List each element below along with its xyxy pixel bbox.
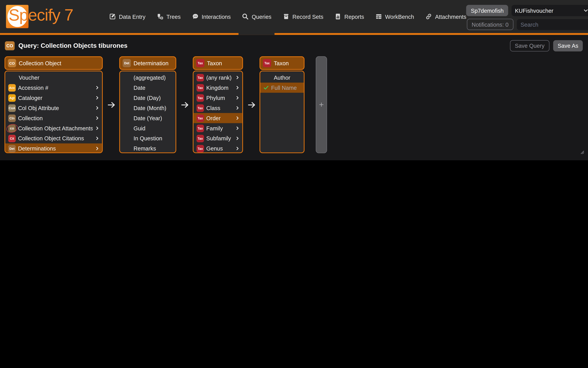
mapper-header-collection-object[interactable]: CO Collection Object [5,56,103,70]
mapper-item-date-day[interactable]: Date (Day) [120,93,176,103]
table-icon-tax: Tax [197,84,204,92]
mapper-item-any-rank[interactable]: Tax (any rank) [193,73,242,83]
mapper-item-subfamily[interactable]: Tax Subfamily [193,133,242,143]
mapper-item-author[interactable]: Author [260,73,304,83]
trees-icon [156,13,164,20]
mapper-item-aggregated[interactable]: (aggregated) [120,73,176,83]
mapper-column-taxon-3: Tax Taxon Author Full Name [259,56,304,153]
mapper-item-collection-object-attachments[interactable]: co Collection Object Attachments [5,123,102,133]
table-icon-tax: Tax [197,145,204,152]
mapper-item-order[interactable]: Tax Order [193,113,242,123]
table-icon-cln: Cln [8,114,16,122]
notifications-button[interactable]: Notifications: 0 [467,19,514,30]
mapper-item-full-name[interactable]: Full Name [260,83,304,93]
user-button[interactable]: Sp7demofish [466,5,508,16]
mapper-item-date-year[interactable]: Date (Year) [120,113,176,123]
menu-item-data-entry[interactable]: Data Entry [109,13,146,20]
add-column-button[interactable]: + [316,56,327,153]
table-icon-cit: Cit [8,135,16,142]
mapper-column-determination-1: Det Determination (aggregated) Date Date… [119,56,176,153]
table-icon-tax: Tax [197,104,204,112]
mapper-item-remarks[interactable]: Remarks [120,143,176,153]
mapper-header-taxon[interactable]: Tax Taxon [193,56,243,70]
menu-item-attachments[interactable]: Attachments [425,13,466,20]
chevron-right-icon [235,126,240,131]
specify-app: Specify 7 Data EntryTreesInteractionsQue… [0,0,588,160]
page-title: Query: Collection Objects tiburones [18,42,127,49]
menu-item-interactions[interactable]: Interactions [192,13,231,20]
collection-object-badge: CO [5,41,15,50]
table-icon-co: CO [8,59,16,67]
menu-item-workbench[interactable]: WorkBench [375,13,414,20]
menu-item-queries[interactable]: Queries [242,13,272,20]
chevron-down-icon [583,8,588,13]
mapper-item-in-question[interactable]: In Question [120,133,176,143]
table-icon-tax: Tax [197,124,204,132]
search-input[interactable] [517,19,588,30]
chevron-right-icon [235,85,240,90]
table-icon-tax: Tax [263,59,271,67]
workbench-icon [375,13,382,20]
mapper-item-collection-object-citations[interactable]: Cit Collection Object Citations [5,133,102,143]
table-icon-det: Det [8,145,16,152]
arrow-right-icon [103,101,119,109]
mapper-item-family[interactable]: Tax Family [193,123,242,133]
query-field-mapper: CO Collection Object Voucher Acc Accessi… [5,56,583,153]
app-logo[interactable]: Specify 7 [5,5,98,29]
reports-icon [334,13,342,20]
mapper-item-determinations[interactable]: Det Determinations [5,143,102,153]
chevron-right-icon [95,126,100,131]
attachments-icon [425,13,432,20]
mapper-item-date-month[interactable]: Date (Month) [120,103,176,113]
table-icon-tax: Tax [197,74,204,81]
check-icon [263,85,269,91]
arrow-right-icon [243,101,259,109]
menu-item-reports[interactable]: Reports [334,13,364,20]
logo-text: Specify 7 [9,6,73,24]
collection-select[interactable]: KUFishvoucher [511,5,588,16]
mapper-header-determination[interactable]: Det Determination [119,56,176,70]
mapper-item-cataloger[interactable]: Agt Cataloger [5,93,102,103]
chevron-right-icon [235,95,240,100]
table-icon-tax: Tax [196,59,204,67]
query-fields-list: Cat # + Equal Cat Date + Equal [0,160,588,160]
mapper-item-phylum[interactable]: Tax Phylum [193,93,242,103]
mapper-list: Voucher Acc Accession # Agt Cataloger Co… [5,71,103,153]
save-query-button[interactable]: Save Query [510,40,549,51]
query-title-bar: CO Query: Collection Objects tiburones S… [0,35,588,56]
table-icon-coa: CoA [8,104,16,112]
menu-item-trees[interactable]: Trees [156,13,181,20]
navbar: Specify 7 Data EntryTreesInteractionsQue… [0,0,588,35]
chevron-right-icon [95,116,100,120]
mapper-item-collection[interactable]: Cln Collection [5,113,102,123]
chevron-right-icon [95,136,100,141]
mapper-item-accession[interactable]: Acc Accession # [5,83,102,93]
save-as-button[interactable]: Save As [553,40,583,51]
data-entry-icon [109,13,116,20]
chevron-right-icon [235,75,240,80]
collection-select-value: KUFishvoucher [515,7,553,14]
chevron-right-icon [235,136,240,141]
mapper-list: (aggregated) Date Date (Day) Date (Month… [119,71,176,153]
table-icon-coatt: co [8,124,16,132]
mapper-item-genus[interactable]: Tax Genus [193,143,242,153]
mapper-item-guid[interactable]: Guid [120,123,176,133]
record-sets-icon [282,13,290,20]
table-icon-tax: Tax [197,94,204,101]
menu-item-record-sets[interactable]: Record Sets [282,13,323,20]
resize-handle-icon[interactable] [579,149,584,156]
table-icon-acc: Acc [8,84,16,92]
table-icon-tax: Tax [197,114,204,122]
mapper-item-col-obj-attribute[interactable]: CoA Col Obj Attribute [5,103,102,113]
queries-icon [242,13,249,20]
interactions-icon [192,13,199,20]
mapper-item-date[interactable]: Date [120,83,176,93]
table-icon-agt: Agt [8,94,16,101]
mapper-item-kingdom[interactable]: Tax Kingdom [193,83,242,93]
mapper-header-taxon[interactable]: Tax Taxon [259,56,304,70]
query-field-row-1: Cat # + Equal [0,160,588,160]
navbar-right: Sp7demofish KUFishvoucher Notifications:… [466,5,588,30]
chevron-right-icon [235,116,240,120]
mapper-item-class[interactable]: Tax Class [193,103,242,113]
mapper-item-voucher[interactable]: Voucher [5,73,102,83]
